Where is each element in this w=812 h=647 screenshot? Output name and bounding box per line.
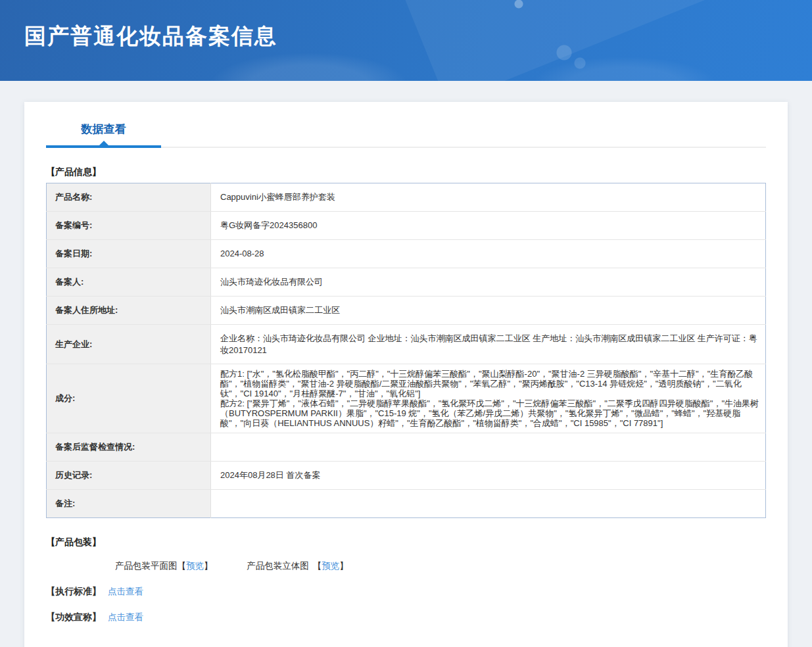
table-row-remarks: 备注: xyxy=(47,490,766,518)
efficacy-claim-title: 【功效宣称】 xyxy=(46,611,101,622)
section-title-packaging: 【产品包装】 xyxy=(46,537,766,548)
row-label: 历史记录: xyxy=(47,462,211,490)
preview-link-flat[interactable]: 预览 xyxy=(186,561,204,571)
product-info-table: 产品名称: Cappuvini小蜜蜂唇部养护套装 备案编号: 粤G妆网备字202… xyxy=(46,183,766,518)
row-value: 2024-08-28 xyxy=(211,240,766,268)
page-header-banner: 国产普通化妆品备案信息 xyxy=(0,0,812,81)
table-row-filing-date: 备案日期: 2024-08-28 xyxy=(47,240,766,268)
table-row-product-name: 产品名称: Cappuvini小蜜蜂唇部养护套装 xyxy=(47,183,766,212)
row-label: 成分: xyxy=(47,364,211,433)
packaging-flat-label: 产品包装平面图 xyxy=(115,561,178,571)
row-label: 生产企业: xyxy=(47,325,211,364)
table-row-history: 历史记录: 2024年08月28日 首次备案 xyxy=(47,462,766,490)
row-value: 粤G妆网备字2024356800 xyxy=(211,212,766,240)
ingredients-formula-1: 配方1: ["水"，"氢化松脂酸甲酯"，"丙二醇"，"十三烷醇偏苯三酸酯"，"聚… xyxy=(220,369,760,398)
row-label: 备案人住所地址: xyxy=(47,297,211,325)
row-value: 企业名称：汕头市琦迹化妆品有限公司 企业地址：汕头市潮南区成田镇家二工业区 生产… xyxy=(211,325,766,364)
table-row-post-filing-inspection: 备案后监督检查情况: xyxy=(47,433,766,462)
row-label: 备案编号: xyxy=(47,212,211,240)
bracket-close: 】 xyxy=(204,561,213,571)
packaging-3d-label: 产品包装立体图 xyxy=(247,561,309,571)
row-value: 2024年08月28日 首次备案 xyxy=(211,462,766,490)
table-row-filer-address: 备案人住所地址: 汕头市潮南区成田镇家二工业区 xyxy=(47,297,766,325)
table-row-filer: 备案人: 汕头市琦迹化妆品有限公司 xyxy=(47,268,766,297)
bracket-close: 】 xyxy=(339,561,348,571)
row-value: 汕头市琦迹化妆品有限公司 xyxy=(211,268,766,297)
packaging-row: 产品包装平面图【预览】 产品包装立体图【预览】 xyxy=(115,560,766,572)
row-label: 备案日期: xyxy=(47,240,211,268)
tab-data-view-label: 数据查看 xyxy=(82,123,126,135)
bracket-open: 【 xyxy=(313,561,322,571)
row-label: 备案后监督检查情况: xyxy=(47,433,211,462)
ingredients-formula-2: 配方2: ["聚异丁烯"，"液体石蜡"，"二异硬脂醇苹果酸酯"，"氢化聚环戊二烯… xyxy=(220,398,760,428)
row-label: 备注: xyxy=(47,490,211,518)
page-title: 国产普通化妆品备案信息 xyxy=(0,0,812,51)
content-card: 数据查看 【产品信息】 产品名称: Cappuvini小蜜蜂唇部养护套装 备案编… xyxy=(24,102,788,647)
table-row-filing-number: 备案编号: 粤G妆网备字2024356800 xyxy=(47,212,766,240)
exec-standard-row: 【执行标准】点击查看 xyxy=(46,586,766,598)
row-value: Cappuvini小蜜蜂唇部养护套装 xyxy=(211,183,766,212)
packaging-3d-item: 产品包装立体图【预览】 xyxy=(247,561,348,571)
row-value: 汕头市潮南区成田镇家二工业区 xyxy=(211,297,766,325)
table-row-manufacturer: 生产企业: 企业名称：汕头市琦迹化妆品有限公司 企业地址：汕头市潮南区成田镇家二… xyxy=(47,325,766,364)
row-label: 产品名称: xyxy=(47,183,211,212)
tab-bar: 数据查看 xyxy=(46,122,766,148)
row-value: 配方1: ["水"，"氢化松脂酸甲酯"，"丙二醇"，"十三烷醇偏苯三酸酯"，"聚… xyxy=(211,364,766,433)
exec-standard-title: 【执行标准】 xyxy=(46,586,101,596)
preview-link-3d[interactable]: 预览 xyxy=(322,561,339,571)
row-value xyxy=(211,433,766,462)
packaging-flat-item: 产品包装平面图【预览】 xyxy=(115,561,215,571)
efficacy-claim-row: 【功效宣称】点击查看 xyxy=(46,611,766,623)
row-value xyxy=(211,490,766,518)
tab-data-view[interactable]: 数据查看 xyxy=(46,122,161,147)
bracket-open: 【 xyxy=(178,561,187,571)
exec-standard-link[interactable]: 点击查看 xyxy=(108,587,143,596)
table-row-ingredients: 成分: 配方1: ["水"，"氢化松脂酸甲酯"，"丙二醇"，"十三烷醇偏苯三酸酯… xyxy=(47,364,766,433)
row-label: 备案人: xyxy=(47,268,211,297)
efficacy-claim-link[interactable]: 点击查看 xyxy=(108,612,143,622)
tab-active-indicator-triangle xyxy=(99,141,108,145)
section-title-product-info: 【产品信息】 xyxy=(46,166,766,178)
